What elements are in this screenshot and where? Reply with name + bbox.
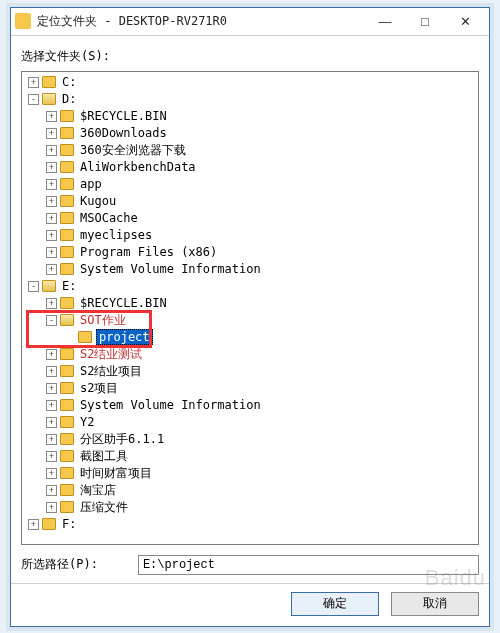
tree-node[interactable]: +AliWorkbenchData xyxy=(22,159,478,176)
tree-node[interactable]: +360Downloads xyxy=(22,125,478,142)
tree-node[interactable]: +$RECYCLE.BIN xyxy=(22,108,478,125)
folder-icon xyxy=(60,263,74,275)
folder-icon xyxy=(42,76,56,88)
tree-node[interactable]: +myeclipses xyxy=(22,227,478,244)
tree-node[interactable]: +截图工具 xyxy=(22,448,478,465)
minimize-button[interactable]: — xyxy=(365,9,405,33)
titlebar: 定位文件夹 - DESKTOP-RV271R0 — □ ✕ xyxy=(11,8,489,36)
tree-node[interactable]: +Y2 xyxy=(22,414,478,431)
expand-icon[interactable]: + xyxy=(46,264,57,275)
tree-node[interactable]: +C: xyxy=(22,74,478,91)
expand-icon[interactable]: + xyxy=(46,485,57,496)
expand-icon[interactable]: + xyxy=(46,349,57,360)
tree-node-label: myeclipses xyxy=(78,228,154,242)
expand-icon[interactable]: + xyxy=(46,213,57,224)
tree-node[interactable]: -SOT作业 xyxy=(22,312,478,329)
dialog-body: 选择文件夹(S): +C:-D:+$RECYCLE.BIN+360Downloa… xyxy=(11,36,489,583)
tree-node-label: 截图工具 xyxy=(78,448,130,465)
tree-node[interactable]: +$RECYCLE.BIN xyxy=(22,295,478,312)
expand-icon[interactable]: + xyxy=(28,77,39,88)
app-icon xyxy=(15,13,31,29)
collapse-icon[interactable]: - xyxy=(28,281,39,292)
tree-node[interactable]: +app xyxy=(22,176,478,193)
expand-icon[interactable]: + xyxy=(46,230,57,241)
expand-icon[interactable]: + xyxy=(46,128,57,139)
folder-icon xyxy=(60,110,74,122)
expand-icon[interactable]: + xyxy=(46,298,57,309)
tree-node-label: System Volume Information xyxy=(78,262,263,276)
tree-node[interactable]: +F: xyxy=(22,516,478,533)
expand-icon[interactable]: + xyxy=(46,434,57,445)
tree-node[interactable]: +淘宝店 xyxy=(22,482,478,499)
tree-node-label: AliWorkbenchData xyxy=(78,160,198,174)
expand-icon[interactable]: + xyxy=(46,468,57,479)
folder-open-icon xyxy=(60,314,74,326)
tree-node-label: Y2 xyxy=(78,415,96,429)
tree-node-label: project xyxy=(96,329,153,345)
folder-icon xyxy=(60,212,74,224)
folder-tree[interactable]: +C:-D:+$RECYCLE.BIN+360Downloads+360安全浏览… xyxy=(21,71,479,545)
cancel-button[interactable]: 取消 xyxy=(391,592,479,616)
tree-node[interactable]: +分区助手6.1.1 xyxy=(22,431,478,448)
expand-icon[interactable]: + xyxy=(28,519,39,530)
folder-picker-window: 定位文件夹 - DESKTOP-RV271R0 — □ ✕ 选择文件夹(S): … xyxy=(10,7,490,627)
expand-icon[interactable]: + xyxy=(46,366,57,377)
expand-icon[interactable]: + xyxy=(46,162,57,173)
collapse-icon[interactable]: - xyxy=(46,315,57,326)
tree-node[interactable]: +Kugou xyxy=(22,193,478,210)
folder-icon xyxy=(60,297,74,309)
expand-icon[interactable]: + xyxy=(46,247,57,258)
tree-node-label: 淘宝店 xyxy=(78,482,118,499)
expand-icon[interactable]: + xyxy=(46,383,57,394)
tree-node[interactable]: +S2结业项目 xyxy=(22,363,478,380)
spacer xyxy=(64,332,75,343)
ok-button[interactable]: 确定 xyxy=(291,592,379,616)
tree-node[interactable]: -D: xyxy=(22,91,478,108)
expand-icon[interactable]: + xyxy=(46,179,57,190)
tree-node[interactable]: +时间财富项目 xyxy=(22,465,478,482)
button-row: 确定 取消 xyxy=(11,583,489,626)
tree-node-label: 360安全浏览器下载 xyxy=(78,142,188,159)
tree-node[interactable]: +s2项目 xyxy=(22,380,478,397)
folder-icon xyxy=(60,450,74,462)
expand-icon[interactable]: + xyxy=(46,196,57,207)
tree-node-label: System Volume Information xyxy=(78,398,263,412)
tree-node-label: MSOCache xyxy=(78,211,140,225)
tree-node[interactable]: +S2结业测试 xyxy=(22,346,478,363)
folder-icon xyxy=(60,229,74,241)
collapse-icon[interactable]: - xyxy=(28,94,39,105)
tree-node-label: 时间财富项目 xyxy=(78,465,154,482)
expand-icon[interactable]: + xyxy=(46,145,57,156)
expand-icon[interactable]: + xyxy=(46,451,57,462)
tree-node[interactable]: +MSOCache xyxy=(22,210,478,227)
tree-node-label: D: xyxy=(60,92,78,106)
tree-node[interactable]: -E: xyxy=(22,278,478,295)
tree-node[interactable]: project xyxy=(22,329,478,346)
folder-icon xyxy=(60,348,74,360)
folder-icon xyxy=(60,144,74,156)
tree-node[interactable]: +Program Files (x86) xyxy=(22,244,478,261)
tree-node-label: $RECYCLE.BIN xyxy=(78,109,169,123)
tree-node[interactable]: +360安全浏览器下载 xyxy=(22,142,478,159)
close-button[interactable]: ✕ xyxy=(445,9,485,33)
expand-icon[interactable]: + xyxy=(46,502,57,513)
expand-icon[interactable]: + xyxy=(46,400,57,411)
folder-open-icon xyxy=(42,93,56,105)
folder-icon xyxy=(60,161,74,173)
tree-node[interactable]: +压缩文件 xyxy=(22,499,478,516)
folder-icon xyxy=(60,195,74,207)
folder-icon xyxy=(60,399,74,411)
expand-icon[interactable]: + xyxy=(46,417,57,428)
tree-node-label: S2结业项目 xyxy=(78,363,144,380)
choose-folder-label: 选择文件夹(S): xyxy=(21,48,479,65)
tree-node[interactable]: +System Volume Information xyxy=(22,261,478,278)
folder-icon xyxy=(60,501,74,513)
expand-icon[interactable]: + xyxy=(46,111,57,122)
tree-node-label: C: xyxy=(60,75,78,89)
folder-icon xyxy=(60,246,74,258)
tree-node-label: s2项目 xyxy=(78,380,120,397)
maximize-button[interactable]: □ xyxy=(405,9,445,33)
path-input[interactable] xyxy=(138,555,479,575)
tree-node[interactable]: +System Volume Information xyxy=(22,397,478,414)
path-row: 所选路径(P): xyxy=(21,555,479,575)
